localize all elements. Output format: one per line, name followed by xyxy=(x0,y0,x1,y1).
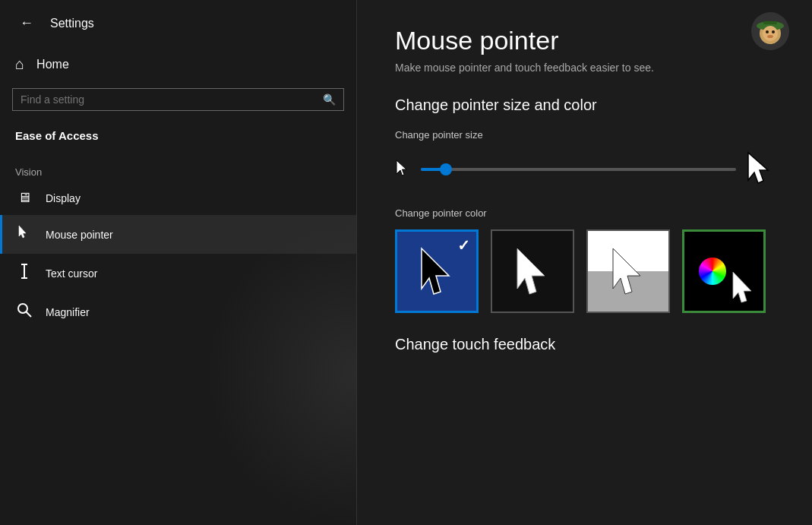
home-icon: ⌂ xyxy=(15,55,24,73)
avatar xyxy=(751,12,789,50)
page-title: Mouse pointer xyxy=(395,26,774,55)
section1-title: Change pointer size and color xyxy=(395,96,774,114)
pointer-size-slider-row xyxy=(395,151,774,188)
svg-marker-14 xyxy=(748,153,768,183)
pointer-size-label: Change pointer size xyxy=(395,129,774,141)
main-content: Mouse pointer Make mouse pointer and tou… xyxy=(357,0,812,525)
sidebar-header: ← Settings xyxy=(0,0,356,46)
sidebar-item-magnifier-label: Magnifier xyxy=(46,306,90,318)
svg-marker-16 xyxy=(517,248,545,294)
color-option-inverted[interactable] xyxy=(586,229,670,313)
page-subtitle: Make mouse pointer and touch feedback ea… xyxy=(395,62,774,74)
sidebar-item-home[interactable]: ⌂ Home xyxy=(0,46,356,82)
sidebar-item-text-cursor-label: Text cursor xyxy=(46,267,97,280)
mouse-pointer-icon xyxy=(15,224,33,245)
sidebar-title: Settings xyxy=(50,17,94,30)
svg-point-10 xyxy=(772,30,775,33)
svg-marker-18 xyxy=(733,272,751,302)
cursor-small-icon xyxy=(395,159,410,180)
sidebar: ← Settings ⌂ Home 🔍 Ease of Access Visio… xyxy=(0,0,357,525)
svg-point-11 xyxy=(767,35,773,38)
cursor-large-icon xyxy=(747,151,774,188)
svg-marker-13 xyxy=(397,160,406,176)
pointer-size-slider[interactable] xyxy=(421,168,736,171)
slider-thumb[interactable] xyxy=(440,163,452,176)
search-input[interactable] xyxy=(21,93,317,106)
magnifier-icon xyxy=(15,302,33,322)
ease-of-access-label: Ease of Access xyxy=(0,123,356,154)
sidebar-item-mouse-pointer-label: Mouse pointer xyxy=(46,229,113,241)
sidebar-item-display[interactable]: 🖥 Display xyxy=(0,181,356,215)
color-options: ✓ xyxy=(395,229,774,313)
sidebar-item-text-cursor[interactable]: Text cursor xyxy=(0,254,356,293)
color-option-black[interactable]: ✓ xyxy=(395,229,479,313)
touch-feedback-title: Change touch feedback xyxy=(395,336,774,353)
display-icon: 🖥 xyxy=(15,190,33,206)
search-icon: 🔍 xyxy=(323,93,336,106)
sidebar-item-mouse-pointer[interactable]: Mouse pointer xyxy=(0,215,356,254)
svg-point-9 xyxy=(766,30,769,33)
pointer-color-label: Change pointer color xyxy=(395,207,774,219)
svg-rect-12 xyxy=(763,21,777,24)
svg-point-3 xyxy=(18,304,27,313)
sidebar-item-display-label: Display xyxy=(46,192,81,204)
home-label: Home xyxy=(36,58,69,71)
search-bar[interactable]: 🔍 xyxy=(12,88,344,111)
checkmark-icon: ✓ xyxy=(457,236,470,255)
color-option-white[interactable] xyxy=(491,229,574,313)
svg-marker-17 xyxy=(613,248,640,294)
sidebar-item-magnifier[interactable]: Magnifier xyxy=(0,293,356,331)
avatar-image xyxy=(751,12,789,50)
svg-point-8 xyxy=(763,26,778,41)
color-wheel xyxy=(699,258,726,285)
svg-line-4 xyxy=(27,312,32,318)
color-option-custom[interactable] xyxy=(682,229,766,313)
svg-marker-15 xyxy=(422,248,449,294)
back-button[interactable]: ← xyxy=(15,14,38,33)
text-cursor-icon xyxy=(15,263,33,283)
vision-section-label: Vision xyxy=(0,154,356,181)
